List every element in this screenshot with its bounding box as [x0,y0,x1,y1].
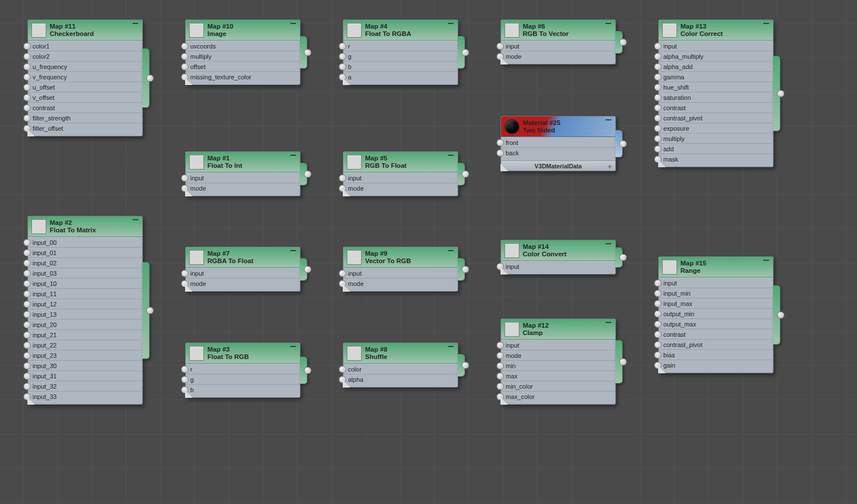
input-port-icon[interactable] [23,280,31,287]
input-port-icon[interactable] [496,362,504,369]
input-port-icon[interactable] [23,249,31,256]
node-header[interactable]: Material #25Two Sided [501,116,615,137]
input-row[interactable]: color [343,364,458,374]
collapse-icon[interactable] [448,346,454,347]
input-row[interactable]: back [501,148,615,158]
input-port-icon[interactable] [23,290,31,297]
node-header[interactable]: Map #15Range [659,257,773,277]
input-port-icon[interactable] [23,352,31,359]
input-row[interactable]: hue_shift [659,82,773,92]
input-port-icon[interactable] [181,174,189,182]
input-row[interactable]: max_color [501,392,615,402]
input-port-icon[interactable] [23,372,31,380]
input-row[interactable]: uvcoords [186,41,300,51]
collapse-icon[interactable] [606,322,611,323]
input-port-icon[interactable] [23,114,31,122]
input-row[interactable]: input [501,41,615,51]
input-row[interactable]: gamma [659,72,773,82]
input-row[interactable]: multiply [186,51,300,62]
input-port-icon[interactable] [23,259,31,267]
node-header[interactable]: Map #5RGB To Float [343,152,458,172]
collapse-icon[interactable] [290,346,296,347]
input-port-icon[interactable] [654,73,662,80]
input-port-icon[interactable] [23,311,31,318]
node-header[interactable]: Map #6RGB To Vector [501,20,615,41]
input-row[interactable]: mode [343,279,458,289]
input-port-icon[interactable] [654,104,662,111]
input-row[interactable]: mode [501,350,615,361]
input-port-icon[interactable] [181,74,189,81]
input-row[interactable]: b [186,385,300,395]
node-header[interactable]: Map #7RGBA To Float [186,247,300,268]
node-n_f2rgba[interactable]: Map #4Float To RGBArgba [343,19,458,85]
node-n_colorconvert[interactable]: Map #14Color Convertinput [500,240,616,275]
output-port-icon[interactable] [304,170,311,178]
node-header[interactable]: Map #9Vector To RGB [343,247,458,268]
input-port-icon[interactable] [496,139,504,146]
input-row[interactable]: input_31 [28,371,142,381]
input-port-icon[interactable] [339,63,346,70]
output-port-icon[interactable] [619,253,627,261]
input-port-icon[interactable] [23,94,31,101]
input-port-icon[interactable] [23,341,31,349]
input-port-icon[interactable] [496,352,504,359]
input-port-icon[interactable] [496,393,504,401]
input-row[interactable]: input_12 [28,299,142,309]
output-port-icon[interactable] [146,307,154,314]
input-port-icon[interactable] [654,341,662,348]
input-port-icon[interactable] [23,393,31,401]
input-port-icon[interactable] [181,269,189,277]
input-row[interactable]: input_21 [28,330,142,340]
input-row[interactable]: input_max [659,299,773,309]
input-port-icon[interactable] [496,42,504,50]
input-row[interactable]: filter_offset [28,123,142,134]
input-port-icon[interactable] [654,362,662,369]
input-port-icon[interactable] [23,83,31,91]
input-row[interactable]: r [343,41,458,51]
input-row[interactable]: mode [501,51,615,62]
input-row[interactable]: exposure [659,123,773,134]
input-port-icon[interactable] [654,289,662,297]
output-port-icon[interactable] [619,38,627,46]
input-row[interactable]: front [501,138,615,148]
input-row[interactable]: input [659,41,773,51]
node-n_rgb2vec[interactable]: Map #6RGB To Vectorinputmode [500,19,616,64]
input-row[interactable]: bias [659,350,773,360]
output-port-icon[interactable] [619,358,627,365]
node-n_material[interactable]: Material #25Two SidedfrontbackV3DMateria… [500,116,616,171]
input-row[interactable]: filter_strength [28,113,142,123]
node-header[interactable]: Map #4Float To RGBA [343,20,458,41]
input-row[interactable]: output_min [659,309,773,319]
collapse-icon[interactable] [290,155,296,156]
input-row[interactable]: contrast_pivot [659,113,773,123]
input-port-icon[interactable] [496,263,504,271]
input-port-icon[interactable] [654,300,662,307]
input-row[interactable]: add [659,144,773,154]
input-port-icon[interactable] [654,135,662,142]
node-n_checker[interactable]: Map #11Checkerboardcolor1color2u_frequen… [27,19,143,136]
input-row[interactable]: input [343,268,458,279]
input-port-icon[interactable] [181,63,189,70]
node-header[interactable]: Map #12Clamp [501,319,615,340]
collapse-icon[interactable] [448,23,454,24]
node-n_colorcorrect[interactable]: Map #13Color Correctinputalpha_multiplya… [658,19,774,167]
node-n_image[interactable]: Map #10Imageuvcoordsmultiplyoffsetmissin… [185,19,301,85]
input-port-icon[interactable] [339,365,346,373]
input-port-icon[interactable] [23,321,31,328]
node-header[interactable]: Map #13Color Correct [659,20,773,41]
input-row[interactable]: missing_texture_color [186,72,300,82]
input-port-icon[interactable] [23,63,31,70]
input-row[interactable]: input_10 [28,279,142,289]
input-row[interactable]: g [343,51,458,62]
input-row[interactable]: input [501,261,615,272]
input-row[interactable]: gain [659,360,773,370]
collapse-icon[interactable] [448,155,454,156]
input-port-icon[interactable] [654,63,662,70]
input-row[interactable]: input_13 [28,309,142,320]
input-row[interactable]: r [186,364,300,374]
input-port-icon[interactable] [654,320,662,328]
input-row[interactable]: offset [186,62,300,72]
node-n_clamp[interactable]: Map #12Clampinputmodeminmaxmin_colormax_… [500,318,616,405]
collapse-icon[interactable] [133,23,138,24]
input-row[interactable]: contrast_pivot [659,340,773,350]
